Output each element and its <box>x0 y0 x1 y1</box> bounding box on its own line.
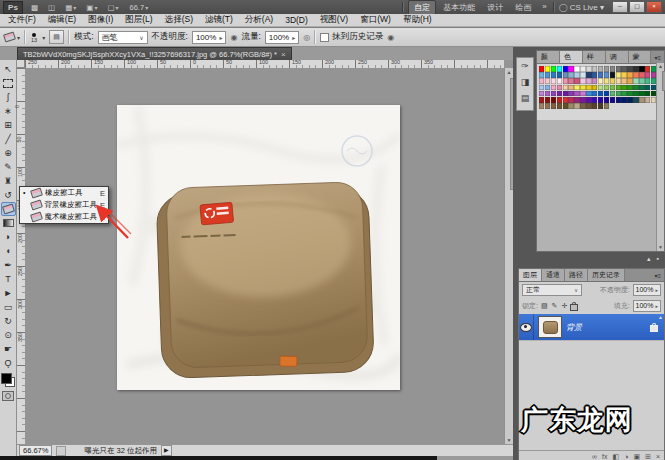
color-swatch[interactable] <box>563 103 568 109</box>
minimize-button[interactable]: ─ <box>612 1 628 13</box>
color-swatch[interactable] <box>592 97 597 103</box>
blur-tool[interactable]: ◗ <box>1 230 16 244</box>
color-swatch[interactable] <box>551 72 556 78</box>
color-swatch[interactable] <box>592 66 597 72</box>
color-swatch[interactable] <box>580 97 585 103</box>
crop-tool[interactable]: ⊞ <box>1 118 16 132</box>
color-swatch[interactable] <box>621 72 626 78</box>
view-extras-icon[interactable]: ▦▾ <box>62 2 79 13</box>
ruler-origin[interactable] <box>17 60 25 68</box>
menu-item-7[interactable]: 分析(A) <box>239 14 279 26</box>
color-swatch[interactable] <box>568 103 573 109</box>
link-layers-icon[interactable]: ∞ <box>592 453 597 460</box>
color-swatch[interactable] <box>563 91 568 97</box>
arrange-documents-icon[interactable]: ▣▾ <box>83 2 100 13</box>
color-swatch[interactable] <box>545 66 550 72</box>
color-swatch[interactable] <box>621 78 626 84</box>
blend-mode-select[interactable]: 正常 ∨ <box>522 284 582 296</box>
color-swatch[interactable] <box>633 97 638 103</box>
quick-mask-button[interactable] <box>2 391 14 401</box>
status-expander-icon[interactable]: ▶ <box>161 445 172 456</box>
menu-item-1[interactable]: 文件(F) <box>2 14 42 26</box>
color-swatch[interactable] <box>551 85 556 91</box>
color-swatch[interactable] <box>598 97 603 103</box>
visibility-toggle[interactable] <box>519 314 534 340</box>
scroll-up-icon[interactable]: ▲ <box>505 68 513 76</box>
hand-tool[interactable]: ☛ <box>1 342 16 356</box>
scroll-up-icon[interactable]: ▲ <box>657 314 664 320</box>
lock-transparency-icon[interactable]: ▨ <box>541 301 548 311</box>
foreground-background-colors[interactable] <box>1 373 15 387</box>
dodge-tool[interactable]: ◖ <box>1 244 16 258</box>
menu-item-8[interactable]: 3D(D) <box>279 15 314 25</box>
erase-to-history-checkbox[interactable]: 抹到历史记录 <box>320 31 383 43</box>
tab-调整[interactable]: 调整 <box>606 51 629 63</box>
color-swatch[interactable] <box>557 97 562 103</box>
color-swatch[interactable] <box>539 72 544 78</box>
color-swatch[interactable] <box>580 85 585 91</box>
color-swatch[interactable] <box>598 103 603 109</box>
pressure-opacity-icon[interactable]: ◉ <box>230 33 237 42</box>
color-swatch[interactable] <box>539 97 544 103</box>
tab-通道[interactable]: 通道 <box>542 269 565 281</box>
menu-item-3[interactable]: 图像(I) <box>82 14 119 26</box>
panel-options-icon[interactable]: ▪ <box>657 255 659 263</box>
vertical-scrollbar[interactable]: ▲ ▼ <box>504 68 513 444</box>
color-swatch[interactable] <box>551 78 556 84</box>
shape-tool[interactable]: ▭ <box>1 300 16 314</box>
workspace-button[interactable]: 自定 <box>408 0 436 15</box>
layers-opacity-input[interactable]: 100% ▸ <box>633 284 661 296</box>
color-swatch[interactable] <box>604 72 609 78</box>
color-swatch[interactable] <box>645 72 650 78</box>
scroll-up-icon[interactable]: ▲ <box>657 63 664 70</box>
cs-live-button[interactable]: ◯ CS Live ▾ <box>559 3 604 12</box>
layer-row[interactable]: 背景 <box>519 314 664 341</box>
color-swatch[interactable] <box>586 72 591 78</box>
color-swatch[interactable] <box>557 103 562 109</box>
tab-历史记录[interactable]: 历史记录 <box>588 269 625 281</box>
history-brush-tool[interactable]: ↺ <box>1 188 16 202</box>
flow-input[interactable]: 100% ▸ <box>265 31 299 44</box>
workspace-button[interactable]: 基本功能 <box>438 1 480 14</box>
scroll-down-icon[interactable]: ▼ <box>657 244 664 251</box>
pen-tool[interactable]: ✒ <box>1 258 16 272</box>
move-tool[interactable]: ↖ <box>1 62 16 76</box>
new-layer-icon[interactable]: ⊞ <box>645 453 651 460</box>
menu-item-10[interactable]: 窗口(W) <box>354 14 397 26</box>
color-swatch[interactable] <box>616 78 621 84</box>
color-swatch[interactable] <box>545 72 550 78</box>
3d-rotate-tool[interactable]: ↻ <box>1 314 16 328</box>
color-swatch[interactable] <box>621 97 626 103</box>
color-swatch[interactable] <box>574 85 579 91</box>
brush-panel-icon[interactable]: ✑ <box>517 58 533 74</box>
color-swatch[interactable] <box>545 103 550 109</box>
status-zoom-input[interactable]: 66.67% <box>19 445 52 456</box>
layer-style-icon[interactable]: fx <box>602 453 607 460</box>
panel-menu-icon[interactable]: ▾≡ <box>651 272 664 279</box>
zoom-tool[interactable]: Ǫ <box>1 356 16 370</box>
menu-item-2[interactable]: 编辑(E) <box>42 14 82 26</box>
eyedropper-tool[interactable]: ╱ <box>1 132 16 146</box>
color-swatch[interactable] <box>627 72 632 78</box>
color-swatch[interactable] <box>604 97 609 103</box>
color-swatch[interactable] <box>616 85 621 91</box>
color-swatch[interactable] <box>580 91 585 97</box>
layer-mask-icon[interactable]: ◧ <box>613 453 620 460</box>
lock-position-icon[interactable]: ✛ <box>561 301 567 311</box>
color-swatch[interactable] <box>633 91 638 97</box>
menu-item-4[interactable]: 图层(L) <box>119 14 158 26</box>
tab-色板[interactable]: 色板 <box>560 51 583 63</box>
color-swatch[interactable] <box>627 85 632 91</box>
layer-thumbnail[interactable] <box>538 316 562 338</box>
color-swatch[interactable] <box>633 85 638 91</box>
color-swatch[interactable] <box>545 91 550 97</box>
zoom-level-dropdown[interactable]: 66.7 ▾ <box>127 2 152 13</box>
color-swatch[interactable] <box>616 97 621 103</box>
color-swatch[interactable] <box>627 97 632 103</box>
mode-select[interactable]: 画笔 ∨ <box>98 31 148 44</box>
spot-healing-brush-tool[interactable]: ⊕ <box>1 146 16 160</box>
lasso-tool[interactable]: ʃ <box>1 90 16 104</box>
foreground-color-swatch[interactable] <box>1 373 12 384</box>
color-swatch[interactable] <box>598 78 603 84</box>
tab-图层[interactable]: 图层 <box>519 269 542 281</box>
